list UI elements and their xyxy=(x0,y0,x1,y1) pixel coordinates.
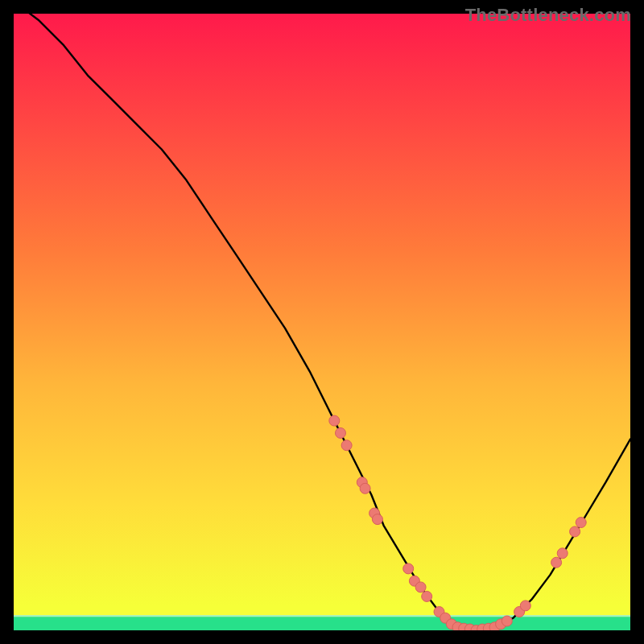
gradient-bg xyxy=(14,14,630,630)
data-dot xyxy=(415,582,426,592)
watermark-text: TheBottleneck.com xyxy=(465,5,631,26)
data-dot xyxy=(520,601,530,611)
data-dot xyxy=(557,548,568,559)
data-dot xyxy=(570,526,580,537)
data-dot xyxy=(422,591,432,601)
data-dot xyxy=(551,557,562,568)
data-dot xyxy=(372,514,382,525)
data-dot xyxy=(329,415,340,426)
green-band xyxy=(14,617,630,630)
chart-container: TheBottleneck.com xyxy=(0,0,644,644)
green-band-edge xyxy=(14,615,630,617)
data-dot xyxy=(336,427,346,438)
data-dot xyxy=(360,483,370,493)
chart-svg xyxy=(14,14,630,630)
data-dot xyxy=(502,616,512,626)
data-dot xyxy=(403,564,414,574)
plot-area xyxy=(14,14,630,630)
data-dot xyxy=(341,440,352,451)
data-dot xyxy=(576,518,586,528)
